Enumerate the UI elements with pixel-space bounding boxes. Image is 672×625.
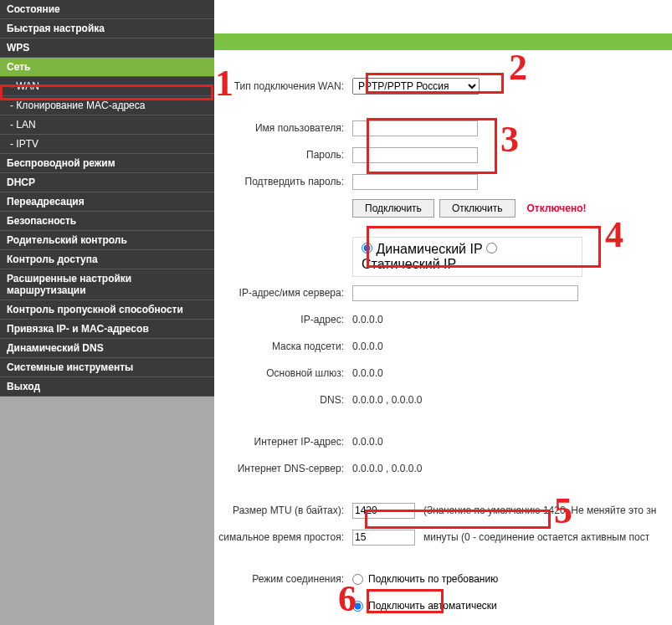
sidebar-item-network[interactable]: Сеть xyxy=(0,58,214,77)
sidebar-item-quicksetup[interactable]: Быстрая настройка xyxy=(0,19,214,38)
label-confirm-password: Подтвердить пароль: xyxy=(214,176,352,187)
sidebar-item-dhcp[interactable]: DHCP xyxy=(0,173,214,192)
mask-value: 0.0.0.0 xyxy=(352,341,383,352)
label-gateway: Основной шлюз: xyxy=(214,367,352,379)
label-wan-type: Тип подключения WAN: xyxy=(214,80,352,92)
sidebar-item-wireless[interactable]: Беспроводной режим xyxy=(0,154,214,173)
sidebar-item-iptv[interactable]: - IPTV xyxy=(0,135,214,154)
sidebar-item-ddns[interactable]: Динамический DNS xyxy=(0,339,214,358)
idle-input[interactable] xyxy=(352,530,415,546)
sidebar-item-forwarding[interactable]: Переадресация xyxy=(0,192,214,212)
sidebar-item-bandwidth[interactable]: Контроль пропускной способности xyxy=(0,300,214,320)
inet-dns-value: 0.0.0.0 , 0.0.0.0 xyxy=(352,463,422,474)
sidebar-item-macclone[interactable]: - Клонирование MAC-адреса xyxy=(0,96,214,115)
label-mask: Маска подсети: xyxy=(214,341,352,352)
gateway-value: 0.0.0.0 xyxy=(352,367,383,379)
connection-status: Отключено! xyxy=(527,202,587,214)
sidebar-item-lan[interactable]: - LAN xyxy=(0,115,214,135)
label-inet-dns: Интернет DNS-сервер: xyxy=(214,463,352,474)
label-mtu: Размер MTU (в байтах): xyxy=(214,505,352,516)
server-input[interactable] xyxy=(352,285,578,301)
label-inet-ip: Интернет IP-адрес: xyxy=(214,436,352,448)
sidebar-item-logout[interactable]: Выход xyxy=(0,377,214,397)
sidebar-item-systools[interactable]: Системные инструменты xyxy=(0,358,214,377)
sidebar-item-wan[interactable]: - WAN xyxy=(0,77,214,96)
mtu-hint: (Значение по умолчанию 1420. Не меняйте … xyxy=(423,505,656,516)
green-bar xyxy=(214,33,672,50)
radio-dynamic-ip[interactable]: Динамический IP xyxy=(362,242,482,256)
label-dns: DNS: xyxy=(214,394,352,406)
label-username: Имя пользователя: xyxy=(214,122,352,134)
sidebar-item-wps[interactable]: WPS xyxy=(0,38,214,58)
label-conn-mode: Режим соединения: xyxy=(214,573,352,585)
username-input[interactable] xyxy=(352,120,478,136)
label-server: IP-адрес/имя сервера: xyxy=(214,287,352,299)
ip-value: 0.0.0.0 xyxy=(352,314,383,325)
sidebar-item-access[interactable]: Контроль доступа xyxy=(0,250,214,269)
sidebar-item-security[interactable]: Безопасность xyxy=(0,212,214,231)
password-input[interactable] xyxy=(352,147,478,163)
idle-hint: минуты (0 - соединение остается активным… xyxy=(423,531,649,543)
sidebar-item-parental[interactable]: Родительский контроль xyxy=(0,231,214,250)
main-panel: Тип подключения WAN: PPTP/PPTP Россия Им… xyxy=(214,0,672,625)
sidebar-item-status[interactable]: Состояние xyxy=(0,0,214,19)
sidebar-item-ipmac[interactable]: Привязка IP- и MAC-адресов xyxy=(0,320,214,339)
label-idle: симальное время простоя: xyxy=(214,531,352,543)
label-ip: IP-адрес: xyxy=(214,314,352,325)
confirm-password-input[interactable] xyxy=(352,174,478,190)
sidebar-item-routing[interactable]: Расширенные настройки маршрутизации xyxy=(0,269,214,300)
inet-ip-value: 0.0.0.0 xyxy=(352,436,383,448)
radio-on-demand[interactable]: Подключить по требованию xyxy=(352,573,498,585)
wan-type-select[interactable]: PPTP/PPTP Россия xyxy=(352,78,480,95)
sidebar: Состояние Быстрая настройка WPS Сеть - W… xyxy=(0,0,214,625)
disconnect-button[interactable]: Отключить xyxy=(439,199,516,218)
connect-button[interactable]: Подключить xyxy=(352,199,434,218)
label-password: Пароль: xyxy=(214,149,352,161)
radio-auto[interactable]: Подключить автоматически xyxy=(352,600,497,612)
mtu-input[interactable] xyxy=(352,503,415,519)
dns-value: 0.0.0.0 , 0.0.0.0 xyxy=(352,394,422,406)
